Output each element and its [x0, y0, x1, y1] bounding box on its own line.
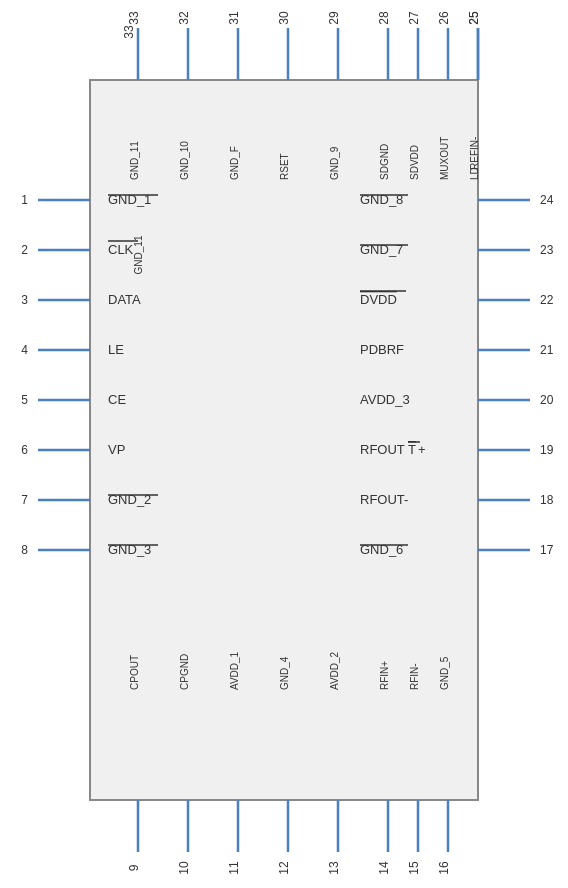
pin-2-label: CLK — [108, 242, 134, 257]
pin-7-num: 7 — [21, 493, 28, 507]
pin-33-labeltop: GND_11 — [129, 141, 140, 180]
pin-32-numtop: 32 — [177, 11, 191, 25]
pin-17-num: 17 — [540, 543, 554, 557]
pin-10-numbot: 10 — [177, 861, 191, 875]
pin-20-num: 20 — [540, 393, 554, 407]
pin-2-num: 2 — [21, 243, 28, 257]
pin-13-numbot: 13 — [327, 861, 341, 875]
pin-19-num: 19 — [540, 443, 554, 457]
pin-1-num: 1 — [21, 193, 28, 207]
pin-28-numtop: 28 — [377, 11, 391, 25]
pin-refi-labeltop: REFIN- — [469, 137, 480, 170]
pin-19-label-bar: T — [408, 442, 416, 457]
pin-18-label: RFOUT- — [360, 492, 408, 507]
pin-refi-numtop: 25 — [467, 11, 481, 25]
pin-22-label: DVDD — [360, 292, 397, 307]
pin-23-num: 23 — [540, 243, 554, 257]
ic-body — [90, 80, 478, 800]
pin-19-label: RFOUT — [360, 442, 405, 457]
pin-30-numtop: 30 — [277, 11, 291, 25]
pin-12-numbot: 12 — [277, 861, 291, 875]
pin-33-num: 33 — [122, 25, 136, 39]
pin-32-labeltop: GND_10 — [179, 141, 190, 180]
pin-24-num: 24 — [540, 193, 554, 207]
pin-27-labeltop: SDVDD — [409, 145, 420, 180]
pin-33-numtop: 33 — [127, 11, 141, 25]
pin-14-labelbot: RFIN+ — [379, 661, 390, 690]
ic-diagram: 33 GND_11 33 32 31 30 29 28 27 26 25 GND… — [0, 0, 568, 888]
pin-9-labelbot: CPOUT — [129, 655, 140, 690]
pin-27-numtop: 27 — [407, 11, 421, 25]
pin-16-numbot: 16 — [437, 861, 451, 875]
pin-5-num: 5 — [21, 393, 28, 407]
pin-19-label-plus: + — [418, 442, 426, 457]
pin-22-num: 22 — [540, 293, 554, 307]
pin-21-num: 21 — [540, 343, 554, 357]
pin-26-labeltop: MUXOUT — [439, 137, 450, 180]
pin-28-labeltop: SDGND — [379, 144, 390, 180]
pin-14-numbot: 14 — [377, 861, 391, 875]
pin-10-labelbot: CPGND — [179, 654, 190, 690]
pin-3-num: 3 — [21, 293, 28, 307]
pin-15-numbot: 15 — [407, 861, 421, 875]
pin-18-num: 18 — [540, 493, 554, 507]
pin-21-label: PDBRF — [360, 342, 404, 357]
pin-11-labelbot: AVDD_1 — [229, 651, 240, 690]
pin-12-labelbot: GND_4 — [279, 656, 290, 690]
pin-29-labeltop: GND_9 — [329, 146, 340, 180]
pin-31-numtop: 31 — [227, 11, 241, 25]
pin-8-num: 8 — [21, 543, 28, 557]
pin-9-numbot: 9 — [127, 864, 141, 871]
pin-20-label: AVDD_3 — [360, 392, 410, 407]
pin-29-numtop: 29 — [327, 11, 341, 25]
pin-13-labelbot: AVDD_2 — [329, 651, 340, 690]
pin-31-labeltop: GND_F — [229, 146, 240, 180]
pin-6-num: 6 — [21, 443, 28, 457]
pin-11-numbot: 11 — [227, 861, 241, 875]
pin-6-label: VP — [108, 442, 125, 457]
pin-26-numtop: 26 — [437, 11, 451, 25]
pin-4-label: LE — [108, 342, 124, 357]
pin-15-labelbot: RFIN- — [409, 663, 420, 690]
pin-4-num: 4 — [21, 343, 28, 357]
pin-3-label: DATA — [108, 292, 141, 307]
pin-16-labelbot: GND_5 — [439, 656, 450, 690]
pin-30-labeltop: RSET — [279, 153, 290, 180]
pin-5-label: CE — [108, 392, 126, 407]
schematic-svg: 33 GND_11 33 32 31 30 29 28 27 26 25 GND… — [0, 0, 568, 888]
